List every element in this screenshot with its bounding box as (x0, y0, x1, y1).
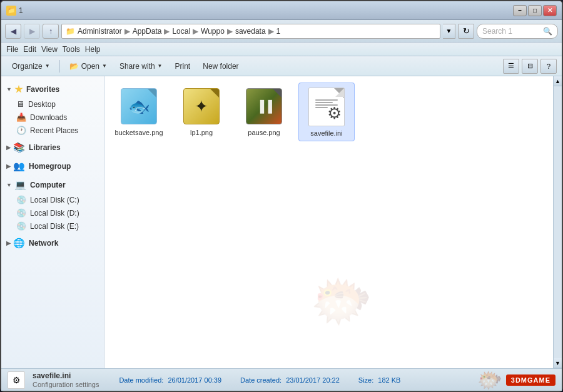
png-game-icon: ▐▐ (246, 88, 282, 124)
menu-help[interactable]: Help (85, 45, 101, 54)
back-button[interactable]: ◀ (5, 24, 21, 39)
status-size: Size: 182 KB (358, 376, 401, 384)
sidebar-network-heading[interactable]: ▶ 🌐 Network (1, 235, 104, 251)
organize-button[interactable]: Organize ▼ (6, 58, 56, 74)
network-icon: 🌐 (13, 238, 25, 249)
refresh-button[interactable]: ↻ (458, 24, 474, 39)
size-label: Size: (358, 376, 373, 384)
homegroup-icon: 👥 (13, 161, 25, 172)
scroll-down-arrow[interactable]: ▼ (554, 358, 562, 368)
file-item-pause[interactable]: ▐▐ pause.png (236, 83, 292, 141)
up-button[interactable]: ↑ (43, 24, 59, 39)
address-part-5: savedata (235, 27, 266, 36)
sidebar-item-disk-c[interactable]: 💿 Local Disk (C:) (1, 193, 104, 206)
menu-file[interactable]: File (6, 45, 18, 54)
view-options-button[interactable]: ☰ (503, 59, 519, 74)
sidebar-item-downloads[interactable]: 📥 Downloads (1, 111, 104, 124)
address-part-1: Administrator (78, 27, 122, 36)
png-blue-icon: 🐟 (121, 88, 157, 124)
address-bar[interactable]: 📁 Administrator ▶ AppData ▶ Local ▶ Wupp… (61, 24, 440, 39)
desktop-label: Desktop (28, 100, 56, 109)
size-value: 182 KB (378, 376, 400, 384)
status-date-modified: Date modified: 26/01/2017 00:39 (119, 376, 221, 384)
forward-button[interactable]: ▶ (24, 24, 40, 39)
sidebar-homegroup-heading[interactable]: ▶ 👥 Homegroup (1, 158, 104, 174)
file-icon-savefile: ⚙ (307, 87, 347, 127)
window-title: 1 (19, 6, 23, 15)
sidebar-section-libraries: ▶ 📚 Libraries (1, 139, 104, 156)
toolbar-right: ☰ ⊟ ? (503, 59, 557, 74)
date-created-label: Date created: (240, 376, 282, 384)
organize-label: Organize (12, 62, 43, 71)
date-created-value: 23/01/2017 20:22 (286, 376, 340, 384)
toolbar-separator-1 (59, 60, 60, 73)
mascot-logo-icon: 🐡 (477, 368, 502, 392)
sidebar-item-disk-e[interactable]: 💿 Local Disk (E:) (1, 219, 104, 233)
date-modified-label: Date modified: (119, 376, 163, 384)
address-part-3: Local (172, 27, 190, 36)
help-button[interactable]: ? (540, 59, 557, 74)
new-folder-label: New folder (203, 62, 238, 71)
sidebar-item-recent[interactable]: 🕐 Recent Places (1, 124, 104, 137)
right-scrollbar[interactable]: ▲ ▼ (553, 76, 562, 368)
file-item-bucketsave[interactable]: 🐟 bucketsave.png (111, 83, 167, 141)
status-filename: savefile.ini (33, 371, 99, 380)
sidebar-section-network: ▶ 🌐 Network (1, 235, 104, 251)
network-label: Network (29, 239, 58, 248)
file-area[interactable]: 🐟 bucketsave.png ✦ lp1.png (104, 76, 553, 368)
title-bar-controls: – □ ✕ (513, 5, 557, 16)
file-label-pause: pause.png (248, 129, 280, 136)
sidebar-favorites-heading[interactable]: ▼ ★ Favorites (1, 81, 104, 98)
scroll-track[interactable] (554, 86, 562, 358)
libraries-icon: 📚 (13, 142, 25, 153)
logo-badge: 3DMGAME (506, 374, 555, 386)
disk-c-label: Local Disk (C:) (30, 196, 79, 204)
sidebar-libraries-heading[interactable]: ▶ 📚 Libraries (1, 139, 104, 156)
menu-edit[interactable]: Edit (23, 45, 36, 54)
open-button[interactable]: 📂 Open ▼ (64, 58, 113, 74)
address-part-6: 1 (276, 27, 281, 36)
disk-e-label: Local Disk (E:) (30, 222, 79, 231)
print-button[interactable]: Print (170, 58, 196, 74)
disk-c-icon: 💿 (16, 195, 26, 204)
maximize-button[interactable]: □ (528, 5, 542, 16)
minimize-button[interactable]: – (513, 5, 527, 16)
menu-view[interactable]: View (41, 45, 58, 54)
print-label: Print (175, 62, 191, 71)
sidebar-item-desktop[interactable]: 🖥 Desktop (1, 98, 104, 111)
close-button[interactable]: ✕ (543, 5, 557, 16)
expand-icon: ▼ (6, 86, 12, 93)
status-date-created: Date created: 23/01/2017 20:22 (240, 376, 340, 384)
status-details: Date modified: 26/01/2017 00:39 Date cre… (119, 376, 400, 384)
status-info: savefile.ini Configuration settings (33, 371, 99, 388)
sidebar-item-disk-d[interactable]: 💿 Local Disk (D:) (1, 206, 104, 219)
ini-file-icon: ⚙ (308, 88, 345, 126)
favorites-icon: ★ (14, 84, 23, 95)
disk-d-icon: 💿 (16, 208, 26, 218)
search-box[interactable]: Search 1 🔍 (477, 24, 558, 39)
status-bar: ⚙ savefile.ini Configuration settings Da… (1, 368, 562, 391)
address-dropdown-button[interactable]: ▼ (443, 24, 455, 39)
file-label-bucketsave: bucketsave.png (114, 129, 163, 136)
share-with-button[interactable]: Share with ▼ (114, 58, 168, 74)
file-item-lp1[interactable]: ✦ lp1.png (173, 83, 230, 141)
file-icon-bucketsave: 🐟 (119, 86, 159, 126)
status-right: 🐡 3DMGAME (477, 368, 555, 392)
view-pane-button[interactable]: ⊟ (522, 59, 538, 74)
libraries-label: Libraries (29, 143, 61, 152)
homegroup-label: Homegroup (29, 162, 71, 171)
file-item-savefile[interactable]: ⚙ savefile.ini (298, 83, 355, 141)
new-folder-button[interactable]: New folder (197, 58, 244, 74)
gear-icon: ⚙ (327, 104, 342, 123)
expand-icon-net: ▶ (6, 240, 11, 246)
computer-icon: 💻 (14, 179, 26, 191)
expand-icon-hg: ▶ (6, 163, 11, 169)
window: 📁 1 – □ ✕ ◀ ▶ ↑ 📁 Administrator ▶ AppDat… (0, 0, 563, 392)
scroll-up-arrow[interactable]: ▲ (554, 76, 562, 86)
status-type: Configuration settings (33, 381, 99, 388)
title-bar: 📁 1 – □ ✕ (1, 1, 562, 20)
address-part-2: AppData (133, 27, 162, 36)
sidebar-computer-heading[interactable]: ▼ 💻 Computer (1, 177, 104, 193)
date-modified-value: 26/01/2017 00:39 (168, 376, 221, 384)
menu-tools[interactable]: Tools (63, 45, 80, 54)
